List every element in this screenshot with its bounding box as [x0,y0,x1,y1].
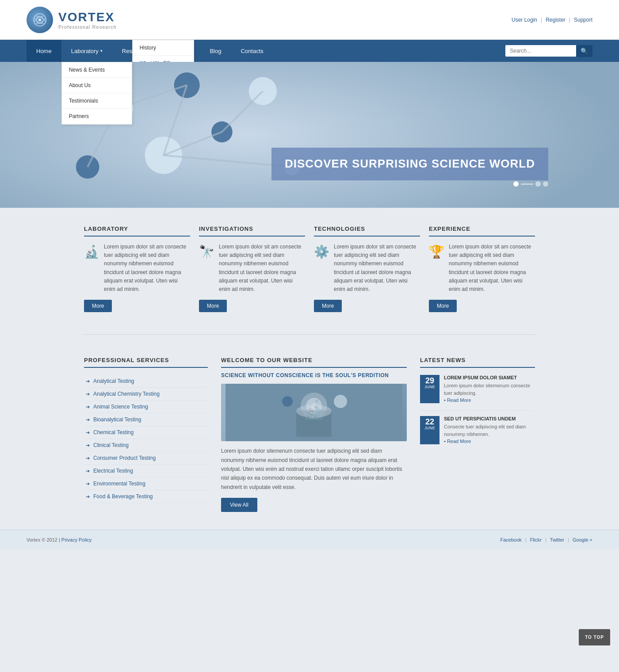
feature-technologies: TECHNOLOGIES ⚙️ Lorem ipsum dolor sit am… [314,225,420,312]
feature-laboratory: LABORATORY 🔬 Lorem ipsum dolor sit am co… [84,225,190,312]
nav-blog[interactable]: Blog [200,40,231,62]
hero-controls [201,181,548,187]
arrow-icon: ➔ [86,391,90,397]
experience-icon: 🏆 [429,244,444,294]
list-item: ➔ Analytical Chemistry Testing [84,388,208,401]
feature-technologies-text: Lorem ipsum dolor sit am consecte tuer a… [334,243,420,294]
feature-laboratory-title: LABORATORY [84,225,190,237]
nav-gallery[interactable]: Gallery [162,40,200,62]
service-analytical-chemistry[interactable]: ➔ Analytical Chemistry Testing [84,388,208,400]
list-item: ➔ Animal Science Testing [84,401,208,413]
register-link[interactable]: Register [546,17,566,23]
feature-laboratory-text: Lorem ipsum dolor sit am consecte tuer a… [104,243,190,294]
footer-links: Facebook | Flickr | Twitter | Google + [500,537,592,542]
nav-researches[interactable]: Researches [112,40,162,62]
welcome-image: 🔬 [221,384,407,441]
news-content-1: LOREM IPSUM DOLOR SIAMET Lorem ipsum dol… [444,375,535,403]
logo-icon [27,7,53,33]
news-column: LATEST NEWS 29 JUNE LOREM IPSUM DOLOR SI… [420,357,535,512]
search-box: 🔍 [505,40,592,62]
support-link[interactable]: Support [574,17,592,23]
news-headline-2: SED UT PERSPICIATIS UNDEM [444,416,535,421]
view-all-button[interactable]: View All [221,498,257,512]
news-read-more-1[interactable]: • Read More [444,397,471,403]
user-login-link[interactable]: User Login [512,17,537,23]
technologies-icon: ⚙️ [314,244,329,294]
hero-dot-1[interactable] [513,181,519,187]
arrow-icon: ➔ [86,481,90,487]
arrow-icon: ➔ [86,468,90,474]
news-date-box-2: 22 JUNE [420,416,439,444]
dropdown-news-events[interactable]: News & Events [62,62,132,78]
news-content-2: SED UT PERSPICIATIS UNDEM Consecte tuer … [444,416,535,444]
nav-contacts[interactable]: Contacts [231,40,273,62]
main-nav: Home Laboratory ▾ News & Events About Us… [0,40,619,62]
nav-laboratory[interactable]: Laboratory ▾ [61,40,112,62]
logo-area: VORTEX Professional Research [27,7,117,33]
top-bar: VORTEX Professional Research User Login … [0,0,619,40]
service-consumer-product[interactable]: ➔ Consumer Product Testing [84,452,208,464]
news-headline-1: LOREM IPSUM DOLOR SIAMET [444,375,535,380]
feature-experience: EXPERIENCE 🏆 Lorem ipsum dolor sit am co… [429,225,535,312]
main-content: LABORATORY 🔬 Lorem ipsum dolor sit am co… [75,208,544,530]
footer-google-plus[interactable]: Google + [573,537,592,542]
laboratory-icon: 🔬 [84,244,99,294]
search-input[interactable] [505,45,576,57]
footer-facebook[interactable]: Facebook [500,537,521,542]
dropdown-testimonials[interactable]: Testimonials [62,93,132,109]
hero-dot-2[interactable] [535,181,541,187]
site-tagline: Professional Research [58,24,117,30]
search-button[interactable]: 🔍 [576,45,592,57]
service-clinical[interactable]: ➔ Clinical Testing [84,439,208,451]
service-electrical[interactable]: ➔ Electrical Testing [84,465,208,477]
chevron-down-icon: ▾ [100,49,103,53]
news-month-1: JUNE [424,385,436,389]
service-food-beverage[interactable]: ➔ Food & Beverage Testing [84,490,208,503]
news-month-2: JUNE [424,426,436,430]
experience-more-btn[interactable]: More [429,300,457,312]
arrow-icon: ➔ [86,443,90,448]
welcome-text: Lorem ipsum dolor sitemenum consecte tue… [221,447,407,492]
list-item: ➔ Chemical Testing [84,426,208,439]
news-text-2: Consecte tuer adipiscing elit sed diam n… [444,423,535,438]
news-item-2: 22 JUNE SED UT PERSPICIATIS UNDEM Consec… [420,416,535,444]
footer: Vortex © 2012 | Privacy Policy Facebook … [0,530,619,550]
service-analytical-testing[interactable]: ➔ Analytical Testing [84,375,208,387]
arrow-icon: ➔ [86,404,90,410]
hero-line-1 [521,183,533,185]
top-nav: User Login | Register | Support [512,17,592,23]
news-read-more-2[interactable]: • Read More [444,439,471,444]
feature-investigations-text: Lorem ipsum dolor sit am consecte tuer a… [219,243,305,294]
footer-copyright: Vortex © 2012 | Privacy Policy [27,537,92,542]
dropdown-partners[interactable]: Partners [62,109,132,124]
investigations-more-btn[interactable]: More [199,300,227,312]
privacy-policy-link[interactable]: Privacy Policy [61,537,92,542]
arrow-icon: ➔ [86,455,90,461]
list-item: ➔ Electrical Testing [84,465,208,477]
feature-investigations-title: INVESTIGATIONS [199,225,305,237]
svg-point-25 [334,395,347,408]
services-title: PROFESSIONAL SERVICES [84,357,208,368]
laboratory-dropdown: News & Events About Us Testimonials Part… [61,62,132,125]
service-animal-science[interactable]: ➔ Animal Science Testing [84,401,208,413]
hero-dot-3[interactable] [543,181,548,187]
list-item: ➔ Consumer Product Testing [84,452,208,465]
nav-home[interactable]: Home [27,40,61,62]
news-day-1: 29 [424,377,436,385]
news-date-box-1: 29 JUNE [420,375,439,403]
laboratory-more-btn[interactable]: More [84,300,112,312]
technologies-more-btn[interactable]: More [314,300,342,312]
footer-twitter[interactable]: Twitter [550,537,564,542]
service-bioanalytical[interactable]: ➔ Bioanalytical Testing [84,413,208,426]
section-divider [84,334,535,335]
arrow-icon: ➔ [86,378,90,384]
welcome-subtitle: SCIENCE WITHOUT CONSCIENCE IS THE SOUL'S… [221,372,407,378]
feature-investigations: INVESTIGATIONS 🔭 Lorem ipsum dolor sit a… [199,225,305,312]
service-environmental[interactable]: ➔ Environmental Testing [84,477,208,490]
features-grid: LABORATORY 🔬 Lorem ipsum dolor sit am co… [84,208,535,330]
service-chemical[interactable]: ➔ Chemical Testing [84,426,208,439]
footer-flickr[interactable]: Flickr [530,537,542,542]
svg-point-24 [282,396,293,407]
dropdown-about-us[interactable]: About Us [62,78,132,93]
svg-point-7 [174,73,200,98]
